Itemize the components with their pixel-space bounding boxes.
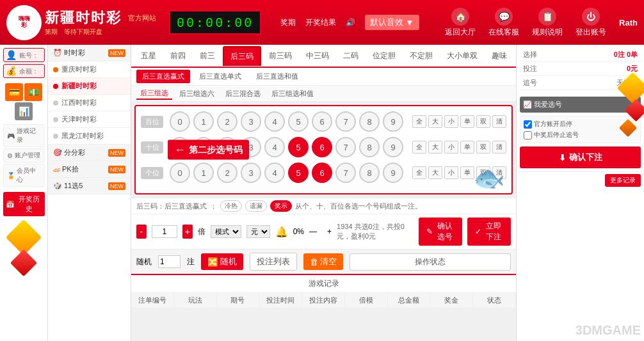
tens-all-btn[interactable]: 全: [412, 141, 426, 154]
withdraw-btn[interactable]: 💵: [24, 83, 42, 101]
sub-sub-tab-hunhe[interactable]: 后三混合选: [221, 88, 264, 99]
balance-input[interactable]: [18, 67, 47, 76]
instant-bet-btn[interactable]: ✓ 立即下注: [467, 218, 511, 246]
ball-ones-5[interactable]: 5: [288, 163, 309, 183]
mascot-icon: 🐟: [473, 163, 505, 193]
ball-hundreds-9[interactable]: 9: [383, 111, 403, 132]
more-records-btn[interactable]: 更多记录: [605, 174, 641, 187]
tens-even-btn[interactable]: 双: [476, 141, 490, 154]
show-label[interactable]: 奖示: [270, 200, 292, 212]
account-manage-btn[interactable]: ⚙ 账户管理: [3, 148, 45, 163]
recharge-btn[interactable]: 💳: [5, 83, 23, 101]
sound-button[interactable]: 默认音效 ▼: [365, 15, 419, 30]
nav-service[interactable]: 💬 在线客服: [488, 8, 519, 38]
hundreds-even-btn[interactable]: 双: [476, 115, 490, 128]
bet-list-btn[interactable]: 投注列表: [250, 253, 297, 271]
nav-logout[interactable]: ⏻ 登出账号: [576, 8, 606, 38]
random-count-input[interactable]: [158, 255, 181, 268]
ball-hundreds-2[interactable]: 2: [217, 111, 237, 132]
lottery-jiangxi[interactable]: 江西时时彩: [48, 95, 131, 111]
confirm-number-btn[interactable]: ✎ 确认选号: [419, 218, 462, 246]
ball-ones-1[interactable]: 1: [193, 163, 214, 183]
random-btn[interactable]: 🔀 随机: [201, 253, 243, 270]
game-record-btn[interactable]: 🎮 游戏记录: [3, 124, 45, 147]
ones-all-btn[interactable]: 全: [412, 166, 426, 179]
tab-daxiao[interactable]: 大小单双: [440, 47, 484, 65]
ball-hundreds-1[interactable]: 1: [193, 111, 214, 132]
official-stop-check[interactable]: [524, 120, 532, 129]
ball-tens-6[interactable]: 6: [312, 137, 332, 157]
filter-label[interactable]: 遗漏: [245, 200, 267, 212]
lottery-chongqing[interactable]: 重庆时时彩: [48, 61, 131, 78]
tab-qiansan2[interactable]: 前三码: [262, 47, 298, 65]
ball-ones-4[interactable]: 4: [264, 163, 285, 183]
tab-qiansi[interactable]: 前四: [164, 47, 192, 65]
ball-hundreds-7[interactable]: 7: [335, 111, 356, 132]
account-record-btn[interactable]: 📊: [15, 102, 33, 120]
nav-lobby[interactable]: 🏠 返回大厅: [445, 8, 476, 38]
ball-ones-7[interactable]: 7: [335, 163, 356, 183]
tab-budingdan[interactable]: 不定胆: [403, 47, 439, 65]
lottery-xinjiang[interactable]: 新疆时时彩: [48, 78, 131, 95]
hot-label[interactable]: 冷热: [220, 200, 242, 212]
hundreds-big-btn[interactable]: 大: [428, 115, 442, 128]
tab-housan[interactable]: 后三码: [223, 46, 261, 66]
tens-small-btn[interactable]: 小: [444, 141, 458, 154]
ball-tens-4[interactable]: 4: [264, 137, 285, 157]
ball-tens-9[interactable]: 9: [383, 137, 403, 157]
tab-weidingdan[interactable]: 位定胆: [366, 47, 402, 65]
tens-clear-btn[interactable]: 清: [492, 141, 506, 154]
sub-tab-zhixuan-dan[interactable]: 后三直选单式: [193, 70, 247, 83]
account-input[interactable]: [18, 51, 47, 60]
hundreds-clear-btn[interactable]: 清: [492, 115, 506, 128]
stake-minus-btn[interactable]: -: [136, 225, 147, 239]
stop-win-check[interactable]: [524, 131, 532, 139]
lottery-tianjin[interactable]: 天津时时彩: [48, 111, 131, 128]
ones-small-btn[interactable]: 小: [444, 166, 458, 179]
ball-tens-8[interactable]: 8: [359, 137, 380, 157]
sub-tab-zhixuan-win[interactable]: 后三直选赢式: [136, 70, 190, 83]
ball-hundreds-0[interactable]: 0: [170, 111, 190, 132]
confirm-big-btn[interactable]: ⬇ 确认下注: [520, 147, 641, 168]
currency-select[interactable]: 元: [246, 225, 270, 238]
sub-sub-tab-he[interactable]: 后三组选和值: [268, 88, 318, 99]
tab-qiansan[interactable]: 前三: [193, 47, 221, 65]
shishicai-header: ⏰ 时时彩 NEW: [48, 45, 131, 61]
lottery-heilongjiang[interactable]: 黑龙江时时彩: [48, 128, 131, 145]
tens-big-btn[interactable]: 大: [428, 141, 442, 154]
ball-hundreds-5[interactable]: 5: [288, 111, 309, 132]
ball-hundreds-8[interactable]: 8: [359, 111, 380, 132]
clear-btn[interactable]: 🗑 清空: [303, 253, 343, 270]
mode-select[interactable]: 模式: [211, 225, 241, 238]
sub-sub-tab-zuxuan[interactable]: 后三组选: [136, 88, 172, 100]
ball-ones-6[interactable]: 6: [312, 163, 332, 183]
ball-hundreds-6[interactable]: 6: [312, 111, 332, 132]
sub-tab-zhixuan-he[interactable]: 后三直选和值: [250, 70, 304, 83]
tab-erm[interactable]: 二码: [337, 47, 365, 65]
ball-ones-2[interactable]: 2: [217, 163, 237, 183]
ball-hundreds-4[interactable]: 4: [264, 111, 285, 132]
ones-big-btn[interactable]: 大: [428, 166, 442, 179]
hundreds-small-btn[interactable]: 小: [444, 115, 458, 128]
tab-zhongsan[interactable]: 中三码: [300, 47, 335, 65]
ball-ones-0[interactable]: 0: [170, 163, 190, 183]
open-history-btn[interactable]: 📅 开奖历史: [3, 192, 45, 216]
ball-ones-3[interactable]: 3: [241, 163, 261, 183]
more-records-row: 更多记录: [517, 171, 644, 189]
member-center-btn[interactable]: 🏅 会员中心: [3, 164, 45, 187]
ball-tens-7[interactable]: 7: [335, 137, 356, 157]
tab-wuxing[interactable]: 五星: [134, 47, 163, 65]
ball-ones-8[interactable]: 8: [359, 163, 380, 183]
sub-sub-tab-zuxuanliu[interactable]: 后三组选六: [175, 88, 218, 99]
ones-odd-btn[interactable]: 单: [460, 166, 474, 179]
stake-input[interactable]: [152, 225, 177, 238]
tab-quwei[interactable]: 趣味: [485, 47, 513, 65]
ball-tens-5[interactable]: 5: [288, 137, 309, 157]
nav-rules[interactable]: 📋 规则说明: [532, 8, 563, 38]
ball-hundreds-3[interactable]: 3: [241, 111, 261, 132]
hundreds-all-btn[interactable]: 全: [412, 115, 426, 128]
stake-plus-btn[interactable]: +: [182, 225, 193, 239]
ball-ones-9[interactable]: 9: [383, 163, 403, 183]
tens-odd-btn[interactable]: 单: [460, 141, 474, 154]
hundreds-odd-btn[interactable]: 单: [460, 115, 474, 128]
